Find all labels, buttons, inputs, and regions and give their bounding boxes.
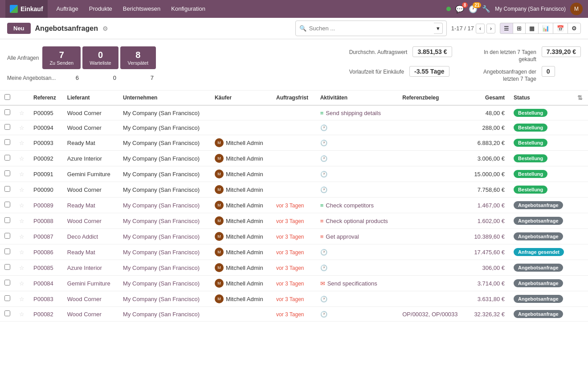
company-cell[interactable]: My Company (San Francisco)	[118, 307, 210, 322]
vendor-cell[interactable]: Ready Mat	[63, 135, 118, 151]
vendor-name[interactable]: Deco Addict	[67, 233, 98, 240]
row-checkbox[interactable]	[4, 124, 10, 130]
company-cell[interactable]: My Company (San Francisco)	[118, 229, 210, 244]
vendor-name[interactable]: Ready Mat	[67, 140, 95, 146]
row-checkbox-cell[interactable]	[0, 182, 15, 198]
stat-card-1[interactable]: 0 Warteliste	[82, 46, 118, 69]
star-icon[interactable]: ☆	[19, 110, 24, 116]
star-icon[interactable]: ☆	[19, 202, 24, 209]
ref-value[interactable]: P00089	[33, 202, 53, 209]
company-cell[interactable]: My Company (San Francisco)	[118, 120, 210, 135]
ref-value[interactable]: P00095	[33, 110, 53, 116]
row-favorite-cell[interactable]: ☆	[15, 229, 29, 244]
star-icon[interactable]: ☆	[19, 265, 24, 271]
total-cell[interactable]: 3.006,00 €	[467, 151, 509, 166]
row-checkbox-cell[interactable]	[0, 198, 15, 213]
row-favorite-cell[interactable]: ☆	[15, 198, 29, 213]
row-checkbox-cell[interactable]	[0, 105, 15, 120]
row-checkbox[interactable]	[4, 155, 10, 161]
row-checkbox[interactable]	[4, 233, 10, 239]
vendor-name[interactable]: Wood Corner	[67, 124, 102, 131]
activity-link[interactable]: Send specifications	[327, 280, 377, 287]
company-cell[interactable]: My Company (San Francisco)	[118, 244, 210, 260]
pagination-prev[interactable]: ‹	[476, 24, 485, 33]
total-cell[interactable]: 7.758,60 €	[467, 182, 509, 198]
stat-card-0[interactable]: 7 Zu Senden	[42, 46, 81, 69]
company-name[interactable]: My Company (San Francisco)	[123, 265, 200, 271]
row-favorite-cell[interactable]: ☆	[15, 120, 29, 135]
activity-link[interactable]: Check optional products	[326, 218, 388, 224]
vendor-cell[interactable]: Azure Interior	[63, 260, 118, 276]
vendor-name[interactable]: Wood Corner	[67, 110, 102, 116]
star-icon[interactable]: ☆	[19, 186, 24, 193]
search-input[interactable]	[309, 25, 431, 32]
row-favorite-cell[interactable]: ☆	[15, 135, 29, 151]
row-favorite-cell[interactable]: ☆	[15, 166, 29, 182]
vendor-name[interactable]: Azure Interior	[67, 265, 102, 271]
company-name[interactable]: My Company (San Francisco)	[123, 186, 200, 193]
total-cell[interactable]: 32.326,32 €	[467, 307, 509, 322]
view-grid-btn[interactable]: ▦	[525, 23, 538, 34]
app-logo[interactable]: Einkauf	[5, 0, 48, 18]
star-icon[interactable]: ☆	[19, 218, 24, 224]
total-cell[interactable]: 288,00 €	[467, 120, 509, 135]
row-checkbox-cell[interactable]	[0, 307, 15, 322]
row-favorite-cell[interactable]: ☆	[15, 213, 29, 229]
row-checkbox-cell[interactable]	[0, 291, 15, 307]
ref-cell[interactable]: P00094	[29, 120, 63, 135]
total-cell[interactable]: 15.000,00 €	[467, 166, 509, 182]
total-cell[interactable]: 17.475,60 €	[467, 244, 509, 260]
ref-value[interactable]: P00090	[33, 186, 53, 193]
ref-cell[interactable]: P00095	[29, 105, 63, 120]
ref-cell[interactable]: P00089	[29, 198, 63, 213]
row-checkbox[interactable]	[4, 217, 10, 223]
total-cell[interactable]: 6.883,20 €	[467, 135, 509, 151]
col-kaeufer[interactable]: Käufer	[210, 91, 272, 105]
col-unternehmen[interactable]: Unternehmen	[118, 91, 210, 105]
company-name[interactable]: My Company (San Francisco)	[123, 110, 200, 116]
ref-cell[interactable]: P00083	[29, 291, 63, 307]
activity-link[interactable]: Get approval	[326, 233, 359, 240]
row-checkbox[interactable]	[4, 109, 10, 115]
vendor-cell[interactable]: Wood Corner	[63, 120, 118, 135]
row-favorite-cell[interactable]: ☆	[15, 151, 29, 166]
ref-cell[interactable]: P00088	[29, 213, 63, 229]
star-icon[interactable]: ☆	[19, 233, 24, 240]
ref-value[interactable]: P00084	[33, 280, 53, 287]
row-checkbox-cell[interactable]	[0, 260, 15, 276]
company-cell[interactable]: My Company (San Francisco)	[118, 260, 210, 276]
vendor-cell[interactable]: Wood Corner	[63, 105, 118, 120]
vendor-name[interactable]: Azure Interior	[67, 155, 102, 162]
ref-value[interactable]: P00082	[33, 311, 53, 318]
vendor-cell[interactable]: Wood Corner	[63, 182, 118, 198]
star-icon[interactable]: ☆	[19, 155, 24, 162]
search-dropdown-btn[interactable]: ▾	[434, 23, 443, 34]
row-checkbox[interactable]	[4, 170, 10, 176]
view-calendar-btn[interactable]: 📅	[553, 23, 568, 34]
row-checkbox-cell[interactable]	[0, 229, 15, 244]
ref-cell[interactable]: P00082	[29, 307, 63, 322]
vendor-name[interactable]: Wood Corner	[67, 311, 102, 318]
row-checkbox-cell[interactable]	[0, 244, 15, 260]
ref-cell[interactable]: P00085	[29, 260, 63, 276]
row-favorite-cell[interactable]: ☆	[15, 260, 29, 276]
todo-button[interactable]: 🕐 21	[469, 5, 478, 13]
settings-icon[interactable]: ⚙	[102, 25, 108, 32]
vendor-name[interactable]: Wood Corner	[67, 218, 102, 224]
company-cell[interactable]: My Company (San Francisco)	[118, 213, 210, 229]
col-select-all[interactable]	[0, 91, 15, 105]
vendor-name[interactable]: Wood Corner	[67, 296, 102, 302]
new-button[interactable]: Neu	[7, 23, 31, 34]
company-name[interactable]: My Company (San Francisco)	[123, 140, 200, 146]
ref-value[interactable]: P00087	[33, 233, 53, 240]
company-name[interactable]: My Company (San Francisco)	[123, 280, 200, 287]
row-favorite-cell[interactable]: ☆	[15, 105, 29, 120]
vendor-cell[interactable]: Deco Addict	[63, 229, 118, 244]
row-checkbox-cell[interactable]	[0, 120, 15, 135]
star-icon[interactable]: ☆	[19, 249, 24, 256]
total-cell[interactable]: 3.714,00 €	[467, 276, 509, 291]
pagination-next[interactable]: ›	[486, 24, 495, 33]
col-lieferant[interactable]: Lieferant	[63, 91, 118, 105]
row-favorite-cell[interactable]: ☆	[15, 182, 29, 198]
menu-konfiguration[interactable]: Konfiguration	[166, 0, 211, 18]
